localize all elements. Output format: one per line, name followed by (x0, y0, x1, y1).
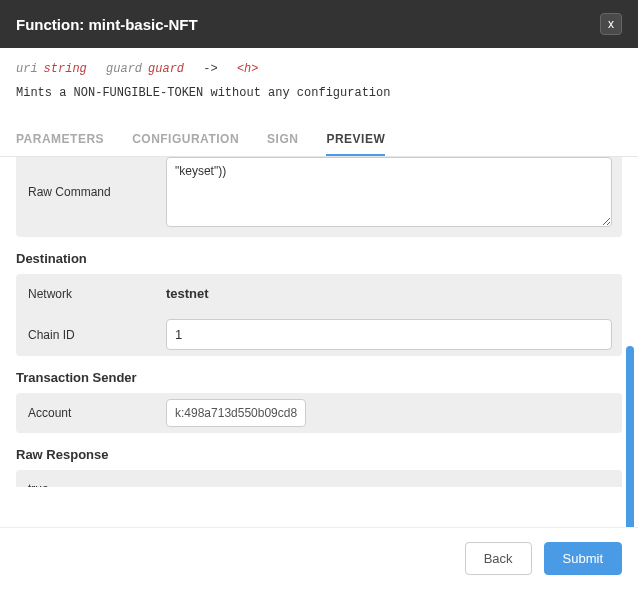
chain-id-input[interactable] (166, 319, 612, 350)
account-input[interactable] (166, 399, 306, 427)
network-label: Network (16, 275, 166, 313)
return-type: <h> (237, 62, 259, 76)
destination-grid: Network testnet Chain ID (16, 274, 622, 356)
footer: Back Submit (0, 527, 638, 589)
tab-panel-preview: Raw Command Destination Network testnet … (0, 157, 638, 487)
param-name: guard (106, 62, 142, 76)
submit-button[interactable]: Submit (544, 542, 622, 575)
tab-sign[interactable]: SIGN (267, 124, 298, 156)
raw-command-row: Raw Command (16, 157, 622, 237)
raw-response-title: Raw Response (16, 447, 622, 462)
account-label: Account (16, 394, 166, 432)
network-value: testnet (166, 280, 209, 307)
chain-id-label: Chain ID (16, 316, 166, 354)
modal-title: Function: mint-basic-NFT (16, 16, 198, 33)
tab-parameters[interactable]: PARAMETERS (16, 124, 104, 156)
function-description: Mints a NON-FUNGIBLE-TOKEN without any c… (0, 82, 638, 116)
raw-response-value: true (16, 470, 622, 487)
modal-header: Function: mint-basic-NFT x (0, 0, 638, 48)
tab-configuration[interactable]: CONFIGURATION (132, 124, 239, 156)
raw-command-textarea[interactable] (166, 157, 612, 227)
param-type: string (44, 62, 87, 76)
sender-title: Transaction Sender (16, 370, 622, 385)
param-name: uri (16, 62, 38, 76)
raw-command-label: Raw Command (16, 157, 166, 227)
arrow: -> (203, 62, 217, 76)
param-type: guard (148, 62, 184, 76)
tabs: PARAMETERS CONFIGURATION SIGN PREVIEW (0, 124, 638, 157)
tab-preview[interactable]: PREVIEW (326, 124, 385, 156)
sender-grid: Account (16, 393, 622, 433)
modal-content: uri string guard guard -> <h> Mints a NO… (0, 48, 638, 589)
back-button[interactable]: Back (465, 542, 532, 575)
scrollbar[interactable] (626, 216, 634, 561)
close-button[interactable]: x (600, 13, 622, 35)
function-signature: uri string guard guard -> <h> (0, 48, 638, 82)
destination-title: Destination (16, 251, 622, 266)
